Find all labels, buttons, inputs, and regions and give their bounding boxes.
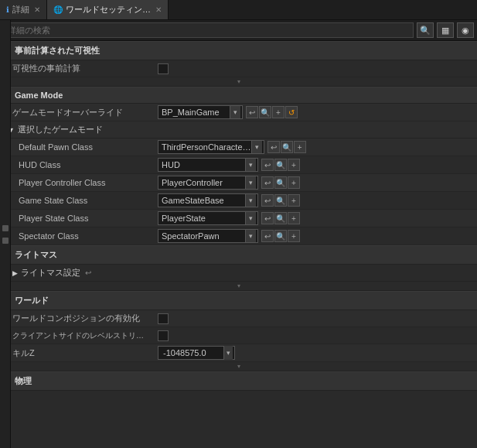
label-world-composition: ワールドコンポジションの有効化 — [0, 311, 155, 326]
browse-btn-ps[interactable]: 🔍 — [274, 212, 287, 224]
subsection-selected-game-mode[interactable]: ▼ 選択したゲームモード — [0, 121, 477, 139]
prop-kill-z: キルZ -1048575.0 ▾ — [0, 344, 477, 362]
section-precomputed-visibility[interactable]: ▼ 事前計算された可視性 — [0, 41, 477, 60]
search-button[interactable]: 🔍 — [417, 22, 434, 38]
add-btn-spectator[interactable]: + — [288, 230, 300, 242]
prop-label-precompute: 可視性の事前計算 — [0, 61, 155, 76]
dropdown-player-controller[interactable]: PlayerController ▾ — [158, 176, 258, 190]
lightmass-settings-row[interactable]: ▶ ライトマス設定 ↩ — [0, 265, 477, 282]
search-bar: 🔍 ▦ ◉ — [0, 20, 477, 41]
search-input[interactable] — [3, 22, 414, 38]
prop-player-controller: Player Controller Class PlayerController… — [0, 174, 477, 192]
lightmass-undo-icon[interactable]: ↩ — [85, 268, 91, 277]
dd-arrow-hud[interactable]: ▾ — [245, 159, 256, 171]
dropdown-value-game-mode: BP_MainGame — [162, 108, 230, 117]
num-input-kill-z[interactable]: -1048575.0 ▾ — [158, 346, 235, 360]
label-game-mode-override: ゲームモードオーバーライド — [0, 105, 155, 120]
lightmass-settings-label: ライトマス設定 — [21, 267, 80, 279]
label-client-side: クライアントサイドのレベルストリーミン — [0, 329, 155, 343]
handle-icon-2 — [2, 238, 9, 244]
checkbox-world-composition[interactable] — [158, 313, 169, 324]
add-btn-gs[interactable]: + — [288, 194, 300, 207]
prop-game-mode-override: ゲームモードオーバーライド BP_MainGame ▾ ↩ 🔍 + ↺ — [0, 104, 477, 121]
dd-arrow-ps[interactable]: ▾ — [245, 212, 256, 224]
collapse-row-3: ▾ — [0, 362, 477, 371]
tab-details-close[interactable]: ✕ — [34, 5, 40, 14]
reset-btn-gs[interactable]: ↩ — [261, 194, 274, 207]
tab-details-label: 詳細 — [12, 4, 29, 15]
undo-btn-game-mode[interactable]: ↺ — [285, 106, 298, 118]
checkbox-precompute[interactable] — [158, 63, 169, 74]
section-game-mode[interactable]: ▼ Game Mode — [0, 87, 477, 104]
tab-world-icon: 🌐 — [53, 5, 63, 14]
dropdown-player-state[interactable]: PlayerState ▾ — [158, 211, 258, 225]
dd-arrow-gs[interactable]: ▾ — [245, 194, 256, 207]
section-physics[interactable]: ▼ 物理 — [0, 371, 477, 391]
dd-arrow-default-pawn[interactable]: ▾ — [251, 141, 262, 153]
tab-world-label: ワールドセッティン… — [66, 4, 151, 15]
num-val-kill-z: -1048575.0 — [160, 348, 223, 357]
browse-btn-gs[interactable]: 🔍 — [274, 194, 287, 207]
dropdown-arrow-game-mode[interactable]: ▾ — [230, 106, 240, 118]
spin-btn-kill-z[interactable]: ▾ — [223, 346, 233, 360]
dd-arrow-pc[interactable]: ▾ — [245, 176, 256, 189]
eye-button[interactable]: ◉ — [457, 22, 474, 38]
action-btns-hud: ↩ 🔍 + — [261, 159, 300, 171]
tab-details-icon: ℹ — [6, 5, 9, 14]
action-btns-default-pawn: ↩ 🔍 + — [267, 141, 306, 153]
tab-world-close[interactable]: ✕ — [155, 5, 162, 14]
tab-details[interactable]: ℹ 詳細 ✕ — [0, 0, 47, 19]
add-btn-game-mode[interactable]: + — [272, 106, 284, 118]
tab-world-settings[interactable]: 🌐 ワールドセッティン… ✕ — [47, 0, 169, 19]
dropdown-game-mode-override[interactable]: BP_MainGame ▾ — [158, 105, 243, 119]
value-client-side — [155, 329, 477, 343]
value-player-state: PlayerState ▾ ↩ 🔍 + — [155, 210, 477, 227]
section-world[interactable]: ▼ ワールド — [0, 291, 477, 310]
grid-view-button[interactable]: ▦ — [437, 22, 454, 38]
reset-btn-default-pawn[interactable]: ↩ — [267, 141, 280, 153]
prop-default-pawn: Default Pawn Class ThirdPersonCharacte… … — [0, 139, 477, 156]
add-btn-ps[interactable]: + — [288, 212, 300, 224]
add-btn-hud[interactable]: + — [288, 159, 300, 171]
collapse-row-1: ▾ — [0, 77, 477, 87]
dropdown-default-pawn[interactable]: ThirdPersonCharacte… ▾ — [158, 140, 264, 154]
reset-btn-spectator[interactable]: ↩ — [261, 230, 274, 242]
dropdown-val-gs: GameStateBase — [162, 196, 245, 205]
dropdown-spectator[interactable]: SpectatorPawn ▾ — [158, 229, 258, 243]
section-precomputed-label: 事前計算された可視性 — [15, 45, 100, 56]
reset-btn-ps[interactable]: ↩ — [261, 212, 274, 224]
action-btns-gs: ↩ 🔍 + — [261, 194, 300, 207]
reset-btn-hud[interactable]: ↩ — [261, 159, 274, 171]
dropdown-game-state[interactable]: GameStateBase ▾ — [158, 193, 258, 207]
add-btn-pc[interactable]: + — [288, 176, 300, 189]
collapse-icon-2: ▾ — [237, 282, 240, 289]
dd-arrow-spectator[interactable]: ▾ — [245, 230, 256, 242]
reset-btn-game-mode[interactable]: ↩ — [246, 106, 258, 118]
collapse-icon-1: ▾ — [237, 78, 240, 85]
lightmass-settings-arrow: ▶ — [12, 269, 18, 277]
label-player-state: Player State Class — [0, 212, 155, 224]
browse-btn-spectator[interactable]: 🔍 — [274, 230, 287, 242]
section-world-label: ワールド — [15, 295, 49, 306]
value-game-state: GameStateBase ▾ ↩ 🔍 + — [155, 192, 477, 209]
browse-btn-hud[interactable]: 🔍 — [274, 159, 287, 171]
dropdown-val-pc: PlayerController — [162, 178, 245, 187]
browse-btn-game-mode[interactable]: 🔍 — [259, 106, 271, 118]
dropdown-val-spectator: SpectatorPawn — [162, 231, 245, 241]
add-btn-default-pawn[interactable]: + — [294, 141, 306, 153]
dropdown-val-default-pawn: ThirdPersonCharacte… — [162, 142, 251, 152]
label-player-controller: Player Controller Class — [0, 176, 155, 189]
browse-btn-default-pawn[interactable]: 🔍 — [281, 141, 293, 153]
browse-btn-pc[interactable]: 🔍 — [274, 176, 287, 189]
prop-value-precompute — [155, 62, 477, 76]
value-player-controller: PlayerController ▾ ↩ 🔍 + — [155, 174, 477, 191]
section-lightmass[interactable]: ▼ ライトマス — [0, 245, 477, 265]
collapse-row-2: ▾ — [0, 282, 477, 291]
handle-icon-1 — [2, 225, 9, 231]
value-world-composition — [155, 312, 477, 326]
tab-bar: ℹ 詳細 ✕ 🌐 ワールドセッティン… ✕ — [0, 0, 477, 20]
dropdown-hud-class[interactable]: HUD ▾ — [158, 158, 258, 172]
checkbox-client-side[interactable] — [158, 330, 169, 341]
left-resize-handle — [0, 20, 11, 448]
reset-btn-pc[interactable]: ↩ — [261, 176, 274, 189]
